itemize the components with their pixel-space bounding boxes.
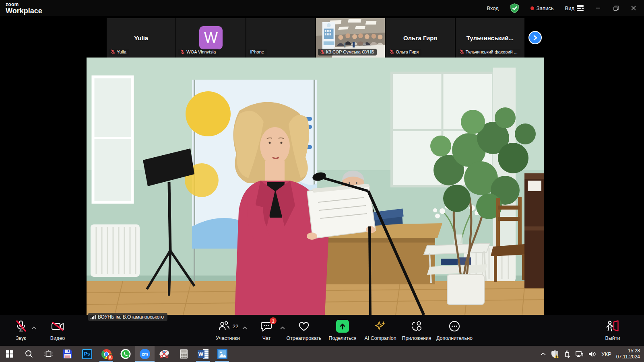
usb-device-icon[interactable] (564, 350, 570, 358)
ai-sparkle-icon (374, 319, 387, 333)
windows-taskbar: Ps K zm (0, 346, 644, 362)
defender-shield-icon[interactable] (551, 350, 559, 358)
participant-name-pill: iPhone (248, 49, 267, 56)
restore-button[interactable] (607, 0, 625, 16)
participant-name-pill: КЗ СОР Сумська ОУНБ (318, 49, 377, 56)
avatar: W (199, 26, 223, 49)
system-tray: УКР 15:28 07.11.2024 (541, 346, 644, 362)
brand-workplace: Workplace (6, 7, 42, 15)
chrome-icon: K (101, 349, 111, 359)
muted-mic-icon (111, 49, 115, 54)
task-view-button[interactable] (39, 346, 58, 362)
view-grid-icon (577, 5, 584, 11)
camera-off-icon (50, 319, 65, 333)
participant-name-pill: Ольга Гиря (388, 49, 421, 56)
apps-icon (410, 319, 423, 333)
main-speaker-video[interactable] (87, 58, 544, 315)
shield-check-icon (510, 3, 519, 13)
language-indicator[interactable]: УКР (601, 351, 611, 357)
floppy-disk-icon (62, 349, 73, 359)
recording-indicator[interactable]: Запись (525, 0, 559, 16)
network-icon[interactable] (575, 350, 584, 358)
zoom-workplace-logo: zoom Workplace (6, 2, 42, 14)
share-screen-icon (336, 320, 349, 333)
zoom-app-button[interactable]: zm (135, 346, 155, 362)
main-video-scene (87, 58, 544, 315)
zoom-workplace-window: zoom Workplace Вход Запись Вид (0, 0, 644, 362)
participant-tile-tulchinsky[interactable]: Тульчинський... Тульчинський фаховий ... (456, 18, 524, 58)
video-button[interactable]: Видео (29, 319, 86, 341)
heart-icon (297, 319, 311, 333)
participant-tile-iphone[interactable]: iPhone (246, 18, 315, 58)
photoshop-icon: Ps (82, 349, 92, 359)
participants-icon (217, 319, 230, 333)
participants-count: 22 (233, 323, 238, 329)
muted-mic-icon (320, 49, 324, 54)
clock-time: 15:28 (616, 348, 640, 354)
restore-icon (613, 6, 619, 11)
participant-tile-yulia[interactable]: Yulia Yulia (107, 18, 175, 58)
calculator-icon (179, 349, 188, 359)
photoshop-button[interactable]: Ps (77, 346, 97, 362)
security-shield-icon[interactable] (504, 0, 525, 16)
more-ellipsis-icon (448, 319, 461, 333)
chevron-right-icon (533, 35, 538, 41)
participant-name-pill: Yulia (109, 49, 129, 56)
muted-mic-icon (180, 49, 185, 54)
participant-thumbnail-strip: Yulia Yulia W (107, 18, 524, 58)
clock-date: 07.11.2024 (616, 354, 640, 360)
floppy-app-button[interactable] (58, 346, 77, 362)
chrome-button[interactable]: K (97, 346, 116, 362)
muted-mic-icon (390, 49, 394, 54)
brand-zoom: zoom (6, 2, 42, 7)
volume-icon[interactable] (588, 351, 597, 358)
windows-logo-icon (6, 350, 13, 358)
recording-dot-icon (530, 6, 534, 10)
speaker-name-label: ВОУНБ ім. В.Отамановського (88, 313, 167, 321)
more-button[interactable]: Дополнительно (426, 319, 483, 341)
view-button[interactable]: Вид (559, 0, 589, 16)
search-icon (25, 350, 33, 358)
mic-muted-icon (14, 319, 28, 333)
participant-name-pill: Тульчинський фаховий ... (458, 49, 520, 56)
zoom-app-icon: zm (140, 349, 150, 359)
participant-tile-olga-girya[interactable]: Ольга Гиря Ольга Гиря (386, 18, 454, 58)
muted-mic-icon (460, 49, 464, 54)
snipping-tool-icon (159, 349, 169, 359)
whatsapp-icon (120, 349, 131, 359)
chrome-profile-badge: K (107, 354, 114, 361)
title-bar: zoom Workplace Вход Запись Вид (0, 0, 644, 16)
task-view-icon (44, 350, 53, 358)
start-button[interactable] (0, 346, 19, 362)
snipping-tool-button[interactable] (155, 346, 174, 362)
participant-tile-woa-vinnytsia[interactable]: W WOA Vinnytsia (176, 18, 245, 58)
close-icon (631, 6, 636, 10)
login-button[interactable]: Вход (481, 0, 504, 16)
next-participants-page-button[interactable] (528, 31, 542, 44)
leave-meeting-button[interactable]: Выйти (584, 319, 641, 341)
minimize-button[interactable] (589, 0, 607, 16)
photos-icon (217, 349, 227, 359)
clock[interactable]: 15:28 07.11.2024 (616, 348, 640, 360)
leave-door-icon (605, 319, 620, 333)
photos-button[interactable] (213, 346, 232, 362)
word-icon: W (198, 349, 208, 359)
minimize-icon (596, 6, 601, 10)
tray-expand-chevron[interactable] (541, 352, 546, 356)
search-button[interactable] (19, 346, 39, 362)
close-button[interactable] (625, 0, 642, 16)
signal-bars-icon (91, 315, 96, 319)
calculator-button[interactable] (174, 346, 193, 362)
word-button[interactable]: W (193, 346, 213, 362)
whatsapp-button[interactable] (116, 346, 135, 362)
participant-tile-kz-sor[interactable]: КЗ СОР Сумська ОУНБ (316, 18, 385, 58)
participant-name-pill: WOA Vinnytsia (178, 49, 219, 56)
